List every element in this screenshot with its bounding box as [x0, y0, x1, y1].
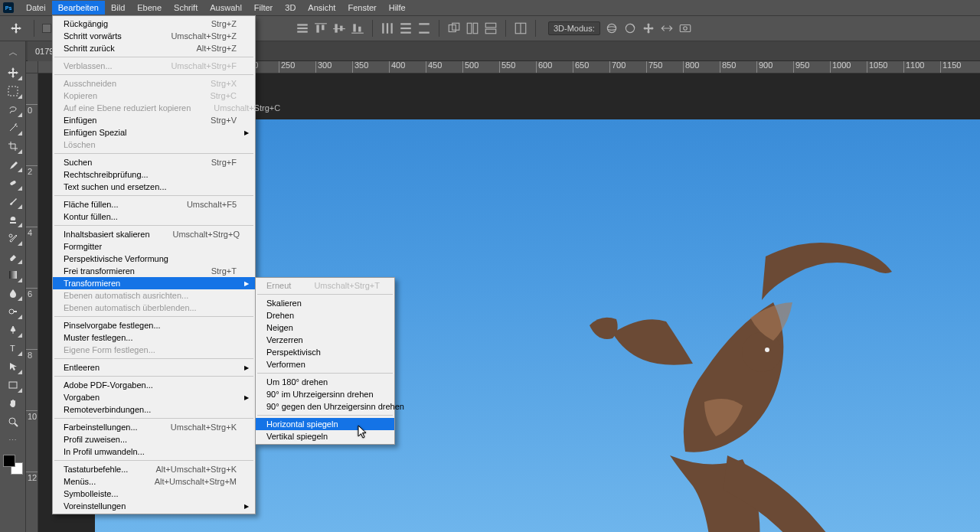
distribute-h-icon[interactable]: [399, 21, 413, 35]
history-brush-tool[interactable]: [3, 230, 23, 246]
menubar-item-fenster[interactable]: Fenster: [341, 1, 382, 15]
eraser-tool[interactable]: [3, 248, 23, 265]
transform-menu-item[interactable]: 90° gegen den Uhrzeigersinn drehen: [256, 400, 394, 413]
edit-menu-item[interactable]: Perspektivische Verformung: [53, 253, 255, 265]
transform-menu-item[interactable]: Perspektivisch: [256, 346, 394, 358]
lasso-tool[interactable]: [3, 101, 23, 118]
svg-text:T: T: [10, 344, 15, 353]
transform-menu-item[interactable]: Verformen: [256, 358, 394, 370]
edit-menu-item[interactable]: Entleeren: [53, 361, 255, 374]
edit-menu-item[interactable]: Inhaltsbasiert skalierenUmschalt+Strg+Q: [53, 228, 255, 240]
orbit-icon[interactable]: [605, 21, 619, 35]
edit-menu-item[interactable]: Rechtschreibprüfung...: [53, 168, 255, 181]
arrange4-icon[interactable]: [514, 21, 528, 35]
transform-menu-item[interactable]: Verzerren: [256, 334, 394, 346]
menubar-item-auswahl[interactable]: Auswahl: [204, 1, 248, 15]
heal-tool[interactable]: [3, 175, 23, 191]
crop-tool[interactable]: [3, 138, 23, 155]
edit-menu-item[interactable]: Kontur füllen...: [53, 211, 255, 223]
edit-menu-item[interactable]: Adobe PDF-Vorgaben...: [53, 379, 255, 391]
zoom-tool[interactable]: [3, 413, 23, 430]
edit-menu-item[interactable]: Remoteverbindungen...: [53, 403, 255, 416]
dodge-tool[interactable]: [3, 303, 23, 320]
menubar-item-bearbeiten[interactable]: Bearbeiten: [52, 1, 105, 15]
edit-menu-item[interactable]: Farbeinstellungen...Umschalt+Strg+K: [53, 421, 255, 433]
edit-menu-item[interactable]: Fläche füllen...Umschalt+F5: [53, 198, 255, 211]
transform-menu-item[interactable]: Horizontal spiegeln: [256, 418, 394, 430]
marquee-tool[interactable]: [3, 83, 23, 100]
svg-rect-12: [382, 23, 384, 34]
edit-menu-item[interactable]: Voreinstellungen: [53, 500, 255, 512]
edit-menu-item[interactable]: Einfügen Spezial: [53, 126, 255, 139]
arrange3-icon[interactable]: [484, 21, 498, 35]
svg-rect-0: [297, 24, 308, 25]
path-select-tool[interactable]: [3, 358, 23, 375]
edit-menu-item[interactable]: Transformieren: [53, 277, 255, 289]
transform-menu-item[interactable]: Drehen: [256, 309, 394, 321]
align-top-icon[interactable]: [314, 21, 328, 35]
menubar-item-ansicht[interactable]: Ansicht: [302, 1, 341, 15]
edit-menu-item[interactable]: Vorgaben: [53, 391, 255, 403]
edit-menu-item[interactable]: Muster festlegen...: [53, 331, 255, 344]
wand-tool[interactable]: [3, 119, 23, 136]
brush-tool[interactable]: [3, 193, 23, 210]
arrange2-icon[interactable]: [466, 21, 479, 35]
menubar-item-schrift[interactable]: Schrift: [168, 1, 204, 15]
edit-menu-item[interactable]: Tastaturbefehle...Alt+Umschalt+Strg+K: [53, 463, 255, 475]
align-bottom-icon[interactable]: [351, 21, 364, 35]
menubar-item-ebene[interactable]: Ebene: [131, 1, 168, 15]
gradient-tool[interactable]: [3, 266, 23, 283]
edit-menu-item[interactable]: Schritt zurückAlt+Strg+Z: [53, 42, 255, 54]
edit-menu-item-label: Suchen: [64, 158, 188, 167]
shape-tool[interactable]: [3, 377, 23, 393]
edit-toolbar-icon[interactable]: ⋯: [3, 432, 23, 449]
collapse-handle[interactable]: [3, 46, 23, 63]
edit-menu-item[interactable]: EinfügenStrg+V: [53, 114, 255, 126]
edit-menu-item-label: Text suchen und ersetzen...: [64, 182, 237, 191]
edit-menu-item-label: Muster festlegen...: [64, 333, 237, 342]
edit-menu-item[interactable]: In Profil umwandeln...: [53, 446, 255, 458]
svg-rect-19: [419, 32, 430, 34]
pen-tool[interactable]: [3, 321, 23, 338]
distribute-v-icon[interactable]: [417, 21, 431, 35]
blur-tool[interactable]: [3, 285, 23, 302]
transform-menu-item[interactable]: Skalieren: [256, 297, 394, 309]
menubar-item-3d[interactable]: 3D: [279, 1, 302, 15]
pan-icon[interactable]: [642, 21, 655, 35]
menubar-item-datei[interactable]: Datei: [20, 1, 52, 15]
type-tool[interactable]: T: [3, 340, 23, 357]
slide-icon[interactable]: [660, 21, 674, 35]
stamp-tool[interactable]: [3, 211, 23, 228]
menubar-item-hilfe[interactable]: Hilfe: [383, 1, 412, 15]
move-tool[interactable]: [3, 64, 23, 81]
edit-menu-item[interactable]: Profil zuweisen...: [53, 433, 255, 446]
edit-menu-item[interactable]: SuchenStrg+F: [53, 156, 255, 168]
mode-3d-label: 3D-Modus:: [548, 21, 600, 35]
transform-menu-item[interactable]: Vertikal spiegeln: [256, 430, 394, 442]
edit-menu-item[interactable]: RückgängigStrg+Z: [53, 18, 255, 30]
menubar-item-bild[interactable]: Bild: [105, 1, 131, 15]
menubar-item-filter[interactable]: Filter: [248, 1, 279, 15]
svg-point-43: [742, 332, 782, 372]
align-icon[interactable]: [296, 21, 309, 35]
roll-icon[interactable]: [623, 21, 637, 35]
menu-shortcut: Alt+Umschalt+Strg+M: [155, 477, 237, 486]
distribute-icon[interactable]: [381, 21, 394, 35]
color-swatches[interactable]: [3, 455, 23, 475]
transform-menu-item[interactable]: Neigen: [256, 321, 394, 334]
edit-menu-item[interactable]: Symbolleiste...: [53, 488, 255, 500]
edit-menu-item[interactable]: Menüs...Alt+Umschalt+Strg+M: [53, 475, 255, 488]
edit-menu-item[interactable]: Formgitter: [53, 240, 255, 253]
eyedropper-tool[interactable]: [3, 156, 23, 173]
auto-select-checkbox[interactable]: [42, 24, 51, 33]
edit-menu-item[interactable]: Schritt vorwärtsUmschalt+Strg+Z: [53, 30, 255, 42]
transform-menu-item[interactable]: 90° im Uhrzeigersinn drehen: [256, 388, 394, 400]
edit-menu-item[interactable]: Frei transformierenStrg+T: [53, 265, 255, 277]
arrange-icon[interactable]: [447, 21, 461, 35]
hand-tool[interactable]: [3, 395, 23, 412]
edit-menu-item[interactable]: Text suchen und ersetzen...: [53, 181, 255, 193]
edit-menu-item[interactable]: Pinselvorgabe festlegen...: [53, 319, 255, 331]
zoom3d-icon[interactable]: [678, 21, 692, 35]
align-vcenter-icon[interactable]: [332, 21, 346, 35]
transform-menu-item[interactable]: Um 180° drehen: [256, 376, 394, 388]
